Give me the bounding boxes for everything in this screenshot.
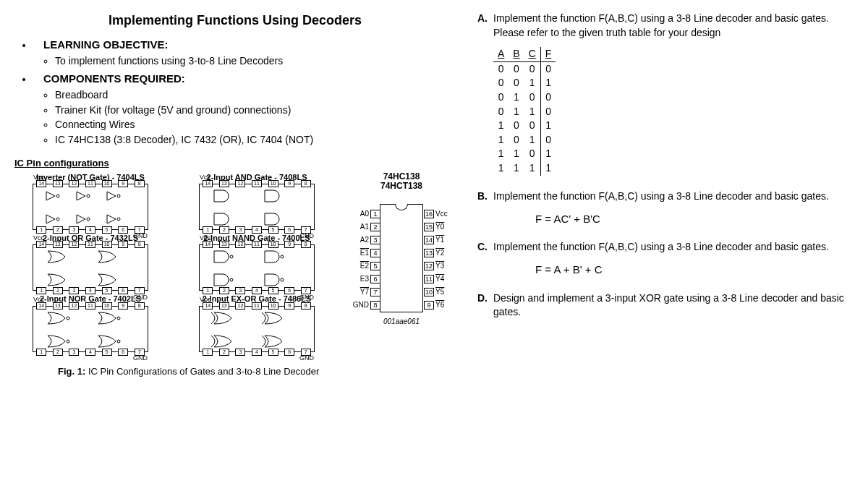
components-item: Connecting Wires [55, 118, 456, 132]
nand-gate-icon [200, 245, 315, 291]
dip-icon: Vcc GND 141312111098 1234567 [33, 306, 148, 352]
chip-7402: 2-Input NOR Gate - 7402LS Vcc GND 141312… [14, 294, 166, 351]
decoder-pin-right: 12Y3 [424, 261, 454, 271]
main-list: LEARNING OBJECTIVE: To implement functio… [33, 37, 456, 147]
task-text: Implement the function F(A,B,C) using a … [493, 190, 829, 202]
task-d: D. Design and implement a 3-input XOR ga… [477, 291, 854, 320]
components-items: Breadboard Trainer Kit (for voltage (5V … [55, 88, 456, 147]
chip-7404: Inverter (NOT Gate) - 7404LS Vcc GND 141… [14, 172, 166, 230]
task-text: Implement the function F(A,B,C) using a … [493, 241, 829, 252]
components-item: IC 74HC138 (3:8 Decoder), IC 7432 (OR), … [55, 133, 456, 148]
decoder-pin-left: A23 [350, 235, 380, 245]
task-letter: A. [477, 12, 493, 40]
task-body: Implement the function F(A,B,C) using a … [493, 12, 854, 40]
dip-icon: Vcc GND 141312111098 1234567 [33, 244, 148, 291]
formula-b: F = AC' + B'C [535, 211, 854, 226]
learning-items: To implement functions using 3-to-8 Line… [55, 54, 456, 69]
decoder-pin-left: A12 [350, 222, 380, 232]
truth-row: 1101 [493, 147, 556, 161]
chip-7486: 2-Input EX-OR Gate - 7486LS Vcc GND 1413… [181, 294, 333, 351]
notch-icon [395, 204, 408, 210]
decoder-pin-right: 14Y1 [424, 235, 454, 245]
truth-row: 0011 [493, 76, 556, 90]
truth-row: 0000 [493, 61, 556, 76]
decoder-pin-left: E14 [350, 248, 380, 258]
task-text: Implement the function F(A,B,C) using a … [493, 12, 829, 24]
decoder-74hc138: 74HC13874HCT138 A01A12A23E14E25E36Y77GND… [347, 172, 456, 352]
components-item: Trainer Kit (for voltage (5V and ground)… [55, 103, 456, 118]
decoder-pin-right: 11Y4 [424, 274, 454, 284]
right-column: A. Implement the function F(A,B,C) using… [477, 7, 854, 378]
truth-row: 1001 [493, 119, 556, 133]
xor-gate-icon [200, 307, 315, 353]
decoder-pin-right: 9Y6 [424, 300, 454, 310]
task-a: A. Implement the function F(A,B,C) using… [477, 12, 854, 40]
decoder-pin-left: Y77 [350, 287, 380, 297]
task-letter: B. [477, 189, 493, 204]
not-gate-icon [33, 184, 149, 231]
decoder-pin-right: 16Vcc [424, 209, 454, 219]
dip-icon: Vcc GND 141312111098 1234567 [33, 184, 148, 230]
page-title: Implementing Functions Using Decoders [109, 12, 456, 30]
components-header: COMPONENTS REQUIRED: [43, 72, 185, 85]
task-b: B. Implement the function F(A,B,C) using… [477, 189, 854, 204]
figure-caption: Fig. 1: IC Pin Configurations of Gates a… [58, 365, 456, 378]
task-c: C. Implement the function F(A,B,C) using… [477, 240, 854, 255]
truth-row: 1010 [493, 133, 556, 148]
truth-table: A B C F 00000011010001101001101011011111 [493, 47, 556, 175]
left-column: Implementing Functions Using Decoders LE… [14, 7, 456, 378]
dip-icon: Vcc GND 141312111098 1234567 [199, 244, 315, 291]
chip-7400: 2-Input NAND Gate - 7400LS Vcc GND 14131… [181, 233, 333, 291]
learning-header: LEARNING OBJECTIVE: [43, 38, 169, 51]
decoder-title: 74HC13874HCT138 [380, 172, 422, 191]
truth-row: 1111 [493, 161, 556, 176]
task-text: Design and implement a 3-input XOR gate … [493, 292, 844, 318]
task-letter: D. [477, 291, 493, 320]
task-letter: C. [477, 240, 493, 255]
chip-7408: 2-Input AND Gate - 7408LS Vcc GND 141312… [181, 172, 333, 230]
truth-header: A B C F [493, 47, 556, 61]
pin-config-header: IC Pin configurations [14, 157, 456, 170]
page-root: Implementing Functions Using Decoders LE… [14, 7, 854, 378]
nor-gate-icon [33, 307, 149, 353]
task-text: Please refer to the given truth table fo… [493, 27, 720, 38]
formula-c: F = A + B' + C [535, 262, 854, 277]
pin-col-1: Inverter (NOT Gate) - 7404LS Vcc GND 141… [14, 172, 166, 352]
decoder-pin-right: 15Y0 [424, 222, 454, 232]
decoder-footer: 001aae061 [383, 317, 420, 327]
pin-col-2: 2-Input AND Gate - 7408LS Vcc GND 141312… [181, 172, 333, 352]
truth-row: 0100 [493, 90, 556, 105]
components-item: Breadboard [55, 88, 456, 103]
dip-icon: Vcc GND 141312111098 1234567 [199, 184, 315, 230]
task-body: Design and implement a 3-input XOR gate … [493, 291, 854, 320]
dip-icon: Vcc GND 141312111098 1234567 [199, 306, 315, 352]
learning-item: To implement functions using 3-to-8 Line… [55, 54, 456, 69]
decoder-pin-left: GND8 [350, 300, 380, 310]
decoder-pin-left: A01 [350, 209, 380, 219]
truth-row: 0110 [493, 105, 556, 119]
task-body: Implement the function F(A,B,C) using a … [493, 240, 854, 255]
pin-config-grid: Inverter (NOT Gate) - 7404LS Vcc GND 141… [14, 172, 456, 352]
decoder-pin-left: E36 [350, 274, 380, 284]
and-gate-icon [200, 184, 315, 231]
chip-7432: 2-Input OR Gate - 7432LS Vcc GND 1413121… [14, 233, 166, 291]
or-gate-icon [33, 245, 149, 291]
task-body: Implement the function F(A,B,C) using a … [493, 189, 854, 204]
decoder-pin-left: E25 [350, 261, 380, 271]
decoder-body-icon: A01A12A23E14E25E36Y77GND8 16Vcc15Y014Y11… [380, 204, 423, 312]
decoder-pin-right: 10Y5 [424, 287, 454, 297]
decoder-pin-right: 13Y2 [424, 248, 454, 258]
